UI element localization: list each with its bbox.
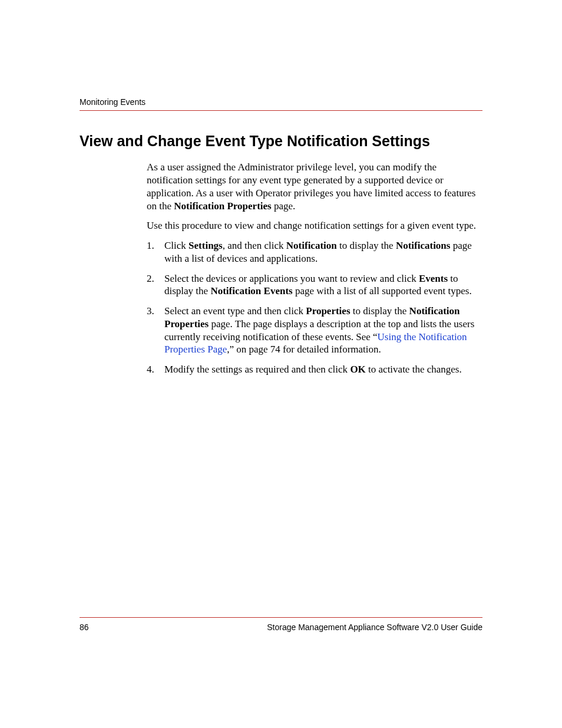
running-header: Monitoring Events [80, 97, 482, 107]
text: Select an event type and then click [164, 305, 306, 317]
intro-paragraph-1: As a user assigned the Administrator pri… [147, 161, 482, 212]
text: Click [164, 240, 189, 251]
text: to activate the changes. [366, 364, 462, 375]
text: ,” on page 74 for detailed information. [227, 344, 381, 355]
step-2: Select the devices or applications you w… [147, 272, 482, 298]
bold-text: Notifications [396, 240, 451, 251]
document-title: Storage Management Appliance Software V2… [267, 622, 482, 632]
intro-paragraph-2: Use this procedure to view and change no… [147, 219, 482, 232]
step-4: Modify the settings as required and then… [147, 363, 482, 376]
bold-text: Notification [286, 240, 337, 251]
text: Select the devices or applications you w… [164, 273, 419, 284]
text: to display the [351, 305, 409, 317]
text: page. [272, 200, 296, 212]
step-3: Select an event type and then click Prop… [147, 305, 482, 356]
bold-text: OK [350, 364, 365, 375]
page-number: 86 [80, 622, 89, 632]
steps-list: Click Settings, and then click Notificat… [147, 239, 482, 376]
text: to display the [337, 240, 396, 251]
text: page with a list of all supported event … [293, 285, 472, 297]
header-rule [80, 110, 482, 111]
bold-text: Notification Events [210, 285, 292, 297]
bold-text: Properties [306, 305, 350, 317]
bold-text: Settings [189, 240, 223, 251]
text: , and then click [223, 240, 286, 251]
text: Modify the settings as required and then… [164, 364, 350, 375]
footer-rule [80, 617, 482, 618]
bold-text: Notification Properties [174, 200, 271, 212]
bold-text: Events [419, 273, 448, 284]
step-1: Click Settings, and then click Notificat… [147, 239, 482, 265]
page-footer: 86 Storage Management Appliance Software… [80, 617, 482, 632]
section-heading: View and Change Event Type Notification … [80, 132, 482, 150]
